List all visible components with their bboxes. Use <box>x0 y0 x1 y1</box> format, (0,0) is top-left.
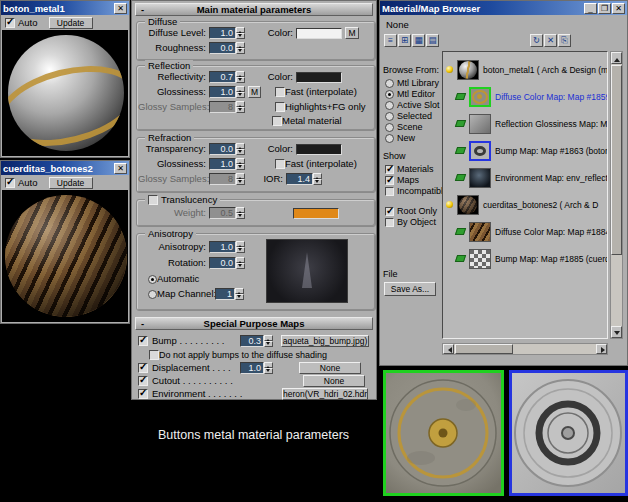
reflection-glossiness-map-button[interactable]: M <box>248 86 261 98</box>
reflection-glossiness-spinner[interactable] <box>236 86 245 98</box>
reflection-color-swatch[interactable] <box>296 72 342 83</box>
bump-map-button[interactable]: aqueta_big_bump.jpg) <box>281 335 369 347</box>
displacement-checkbox[interactable] <box>138 363 148 373</box>
checkbox-icon[interactable] <box>385 218 394 227</box>
update-from-library-icon[interactable]: ↻ <box>530 34 543 47</box>
preview2-titlebar[interactable]: cuerditas_botones2 ✕ <box>1 161 129 175</box>
special-maps-rollout[interactable]: - Special Purpose Maps <box>135 317 373 330</box>
maximize-icon[interactable]: ❐ <box>598 3 611 14</box>
cutout-map-button[interactable]: None <box>303 375 365 387</box>
no-bump-diffuse-checkbox[interactable] <box>149 350 159 360</box>
cutout-checkbox[interactable] <box>138 376 148 386</box>
rotation-field[interactable]: 0.0 <box>209 257 236 269</box>
tree-row-map[interactable]: Environment Map: env_reflect (S <box>443 164 607 191</box>
tree-row-material[interactable]: boton_metal1 ( Arch & Design (mi) ) <box>443 56 607 83</box>
scroll-right-icon[interactable] <box>596 344 607 354</box>
browse-active-slot[interactable]: Active Slot <box>385 100 440 110</box>
close-icon[interactable]: ✕ <box>612 3 625 14</box>
update-button[interactable]: Update <box>49 17 93 29</box>
transparency-spinner[interactable] <box>236 143 245 155</box>
map-channel-radio[interactable] <box>148 290 157 299</box>
tree-row-material[interactable]: cuerditas_botones2 ( Arch & D <box>443 191 607 218</box>
roughness-field[interactable]: 0.0 <box>209 42 236 54</box>
radio-icon[interactable] <box>385 123 394 132</box>
view-large-icons-icon[interactable]: ▤ <box>426 34 439 47</box>
translucency-checkbox[interactable] <box>148 195 158 205</box>
browse-new[interactable]: New <box>385 133 415 143</box>
tree-vscrollbar[interactable] <box>610 51 623 339</box>
fast-interpolate-checkbox[interactable] <box>275 87 285 97</box>
material-thumbnail[interactable] <box>457 60 479 80</box>
anisotropy-spinner[interactable] <box>236 241 245 253</box>
material-thumbnail[interactable] <box>457 195 479 215</box>
browse-scene[interactable]: Scene <box>385 122 423 132</box>
refraction-glossiness-field[interactable]: 1.0 <box>209 158 236 170</box>
map-channel-field[interactable]: 1 <box>215 288 235 300</box>
view-list-icon[interactable]: ≡ <box>384 34 397 47</box>
map-thumbnail[interactable] <box>469 222 491 242</box>
refraction-fast-checkbox[interactable] <box>275 159 285 169</box>
diffuse-color-map-button[interactable]: M <box>345 27 359 39</box>
map-thumbnail[interactable] <box>469 141 491 161</box>
close-icon[interactable]: ✕ <box>114 3 127 14</box>
transparency-field[interactable]: 0.0 <box>209 143 236 155</box>
radio-icon[interactable] <box>385 101 394 110</box>
map-thumbnail[interactable] <box>469 249 491 269</box>
map-thumbnail[interactable] <box>469 114 491 134</box>
view-small-icons-icon[interactable]: ▦ <box>412 34 425 47</box>
bump-checkbox[interactable] <box>138 336 148 346</box>
hscroll-thumb[interactable] <box>455 344 513 354</box>
clear-library-icon[interactable]: ⎘ <box>558 34 571 47</box>
show-maps[interactable]: Maps <box>385 175 419 185</box>
auto-checkbox[interactable] <box>5 18 15 28</box>
delete-from-library-icon[interactable]: ✕ <box>544 34 557 47</box>
checkbox-icon[interactable] <box>385 165 394 174</box>
radio-icon[interactable] <box>385 134 394 143</box>
tree-row-map[interactable]: Reflection Glossiness Map: Map <box>443 110 607 137</box>
ior-spinner[interactable] <box>313 173 322 185</box>
by-object[interactable]: By Object <box>385 217 436 227</box>
checkbox-icon[interactable] <box>385 187 394 196</box>
map-thumbnail[interactable] <box>469 168 491 188</box>
preview1-titlebar[interactable]: boton_metal1 ✕ <box>1 1 129 15</box>
anisotropy-field[interactable]: 1.0 <box>209 241 236 253</box>
refraction-glossiness-spinner[interactable] <box>236 158 245 170</box>
show-materials[interactable]: Materials <box>385 164 434 174</box>
diffuse-level-field[interactable]: 1.0 <box>209 27 236 39</box>
root-only[interactable]: Root Only <box>385 206 437 216</box>
roughness-spinner[interactable] <box>236 42 245 54</box>
translucency-color-swatch[interactable] <box>293 208 339 219</box>
browse-selected[interactable]: Selected <box>385 111 432 121</box>
radio-icon[interactable] <box>385 112 394 121</box>
browse-mtl-editor[interactable]: Mtl Editor <box>385 89 435 99</box>
checkbox-icon[interactable] <box>385 207 394 216</box>
close-icon[interactable]: ✕ <box>114 163 127 174</box>
environment-map-button[interactable]: heron(VR_hdri_02.hdr) <box>282 388 368 400</box>
update-button[interactable]: Update <box>49 177 93 189</box>
highlights-fg-checkbox[interactable] <box>275 102 285 112</box>
ior-field[interactable]: 1.4 <box>286 173 313 185</box>
bump-spinner[interactable] <box>264 335 273 347</box>
save-as-button[interactable]: Save As... <box>384 282 436 296</box>
main-params-rollout[interactable]: - Main material parameters <box>135 3 373 16</box>
tree-hscrollbar[interactable] <box>442 343 608 355</box>
bump-amount-field[interactable]: 0.3 <box>240 335 264 347</box>
rollout-collapse-icon[interactable]: - <box>141 4 144 16</box>
refraction-color-swatch[interactable] <box>296 144 342 155</box>
map-channel-spinner[interactable] <box>235 288 244 300</box>
tree-row-map[interactable]: Diffuse Color Map: Map #1859 (b <box>443 83 607 110</box>
scroll-down-icon[interactable] <box>611 326 622 338</box>
reflectivity-field[interactable]: 0.7 <box>209 71 236 83</box>
displacement-spinner[interactable] <box>264 362 273 374</box>
tree-row-map[interactable]: Bump Map: Map #1885 (cuerda <box>443 245 607 272</box>
radio-icon[interactable] <box>385 79 394 88</box>
map-thumbnail[interactable] <box>469 87 491 107</box>
metal-material-checkbox[interactable] <box>272 116 282 126</box>
automatic-radio[interactable] <box>148 275 157 284</box>
vscroll-thumb[interactable] <box>611 65 622 255</box>
browse-mtl-library[interactable]: Mtl Library <box>385 78 439 88</box>
diffuse-level-spinner[interactable] <box>236 27 245 39</box>
environment-checkbox[interactable] <box>138 389 148 399</box>
tree-row-map[interactable]: Diffuse Color Map: Map #1884 (c <box>443 218 607 245</box>
rollout-collapse-icon[interactable]: - <box>141 318 144 330</box>
